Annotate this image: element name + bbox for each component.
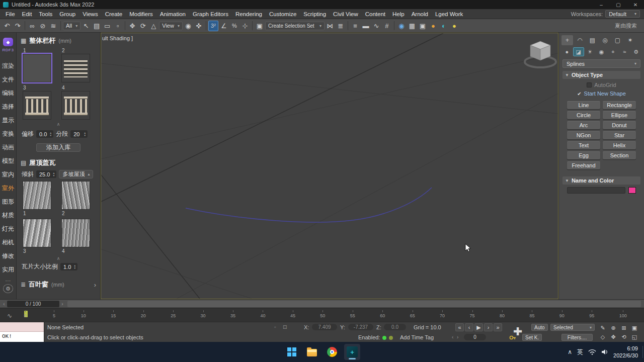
category-geometry-icon[interactable]: ●: [561, 47, 573, 56]
menu-item[interactable]: Lged Work: [432, 10, 466, 19]
select-manipulate-icon[interactable]: ✜: [194, 21, 204, 31]
close-button[interactable]: ✕: [627, 0, 644, 9]
add-time-tag[interactable]: Add Time Tag: [400, 334, 434, 340]
sidebar-category[interactable]: 选择: [0, 100, 16, 114]
rect-region-icon[interactable]: ▭: [102, 21, 112, 31]
start-button[interactable]: [284, 344, 300, 360]
sidebar-category[interactable]: 显示: [0, 114, 16, 127]
shape-button[interactable]: Egg: [567, 151, 600, 159]
sidebar-category[interactable]: 动画: [0, 141, 16, 154]
menu-item[interactable]: Graph Editors: [189, 10, 232, 19]
roof-section-header[interactable]: ▤ 屋顶盖瓦: [17, 155, 100, 170]
railing-thumb-cell[interactable]: 1: [23, 48, 51, 82]
railing-thumbnail-2[interactable]: [61, 54, 90, 82]
render-iterative-icon[interactable]: ◐: [439, 21, 449, 31]
sidebar-category[interactable]: 图形: [0, 195, 16, 209]
x-coordinate-field[interactable]: 7.409: [312, 324, 337, 330]
zoom-extents-icon[interactable]: ▣: [629, 324, 639, 332]
y-coordinate-field[interactable]: -7.237: [348, 324, 373, 330]
spinner-arrows-icon[interactable]: ▲▼: [84, 132, 86, 136]
mirror-icon[interactable]: ⋈: [325, 21, 335, 31]
railing-thumbnail-1[interactable]: [23, 54, 51, 82]
menu-item[interactable]: Edit: [19, 10, 36, 19]
tile-thumbnail-3[interactable]: [23, 219, 51, 247]
shape-button[interactable]: Ellipse: [603, 111, 636, 119]
frame-back-button[interactable]: ‹: [1, 301, 7, 307]
unlink-icon[interactable]: ⊘: [38, 21, 48, 31]
pan-icon[interactable]: ✥: [608, 333, 618, 341]
sidebar-category[interactable]: 室外: [0, 182, 16, 195]
rotate-icon[interactable]: ⟳: [138, 21, 148, 31]
object-color-swatch[interactable]: [628, 187, 636, 194]
select-link-icon[interactable]: ∞: [27, 21, 37, 31]
shape-button[interactable]: Text: [567, 141, 600, 149]
enabled-second-dot[interactable]: [389, 336, 393, 340]
3dsmax-taskbar-button[interactable]: +: [344, 344, 360, 360]
sidebar-category[interactable]: 修改: [0, 249, 16, 263]
sidebar-category[interactable]: 室内: [0, 168, 16, 182]
start-new-shape-label[interactable]: Start New Shape: [584, 90, 626, 97]
section-collapse-icon[interactable]: ∧: [17, 120, 100, 127]
selection-filter-dropdown[interactable]: All ▾: [63, 22, 80, 30]
select-by-name-icon[interactable]: ▤: [92, 21, 102, 31]
workspace-dropdown[interactable]: Default ▾: [605, 10, 640, 18]
menu-item[interactable]: Rendering: [232, 10, 266, 19]
frame-forward-button[interactable]: ›: [59, 301, 65, 307]
roof-type-dropdown[interactable]: 多坡屋顶 ▴: [59, 170, 93, 178]
add-to-library-button[interactable]: 添加入库: [36, 143, 80, 152]
gear-icon[interactable]: ⚙: [3, 284, 13, 293]
shape-button[interactable]: Line: [567, 101, 600, 109]
scale-icon[interactable]: △: [148, 21, 158, 31]
wifi-icon[interactable]: [588, 349, 596, 355]
shape-button[interactable]: Arc: [567, 121, 600, 129]
spinner-right-arrow[interactable]: ›: [457, 334, 458, 340]
undo-icon[interactable]: ↶: [2, 21, 12, 31]
offset-spinner[interactable]: 0.0 ▲▼: [36, 130, 53, 138]
menu-item[interactable]: Civil View: [330, 10, 362, 19]
tab-utilities[interactable]: ✶: [624, 35, 636, 45]
bind-spacewarp-icon[interactable]: ≋: [48, 21, 58, 31]
name-color-rollout[interactable]: ▼ Name and Color: [562, 176, 640, 185]
key-filters-button[interactable]: Filters....: [561, 334, 593, 341]
railing-section-header[interactable]: ▦ 整体栏杆 (mm): [17, 33, 100, 48]
section-collapse-icon[interactable]: ∧: [17, 254, 100, 261]
shape-button[interactable]: Helix: [603, 141, 636, 149]
autogrid-checkbox[interactable]: [587, 82, 592, 87]
tab-hierarchy[interactable]: ▤: [587, 35, 598, 45]
menu-item[interactable]: Group: [56, 10, 79, 19]
tab-create[interactable]: +: [561, 35, 573, 45]
shape-button[interactable]: Star: [603, 131, 636, 139]
layer-explorer-icon[interactable]: ≡: [350, 21, 360, 31]
pencil-icon[interactable]: ✎: [598, 324, 608, 332]
object-type-rollout[interactable]: ▼ Object Type: [562, 71, 640, 79]
render-in-cloud-icon[interactable]: ●: [449, 21, 459, 31]
z-coordinate-field[interactable]: 0.0: [384, 324, 406, 330]
ime-indicator[interactable]: 英: [577, 348, 583, 356]
orbit-icon[interactable]: ⟲: [619, 333, 629, 341]
zoom-all-icon[interactable]: ⊞: [619, 324, 629, 332]
set-key-button[interactable]: Set K.: [522, 334, 542, 341]
select-object-icon[interactable]: ↖: [81, 21, 91, 31]
tile-thumb-cell[interactable]: 4: [61, 219, 90, 254]
named-selection-set-combo[interactable]: Create Selection Set ▾: [265, 22, 325, 30]
segments-spinner[interactable]: 20 ▲▼: [70, 130, 88, 138]
viewport[interactable]: ult Shading ]: [101, 33, 558, 299]
viewport-shading-label[interactable]: ult Shading ]: [102, 35, 133, 41]
track-bar[interactable]: ∿ 05101520253035404550556065707580859095…: [0, 308, 644, 322]
maximize-viewport-icon[interactable]: ◱: [629, 333, 639, 341]
plugin-logo-icon[interactable]: ◆: [3, 38, 13, 46]
maxscript-mini-listener[interactable]: OK!: [0, 322, 44, 342]
listener-macro-row[interactable]: [0, 322, 44, 332]
play-button[interactable]: ▶: [474, 323, 483, 331]
tile-thumb-cell[interactable]: 3: [23, 219, 51, 254]
set-key-icon[interactable]: [509, 334, 516, 341]
move-icon[interactable]: ✥: [127, 21, 137, 31]
category-shapes-icon[interactable]: ◪: [573, 47, 584, 56]
railing-thumbnail-3[interactable]: [23, 91, 51, 120]
current-frame-spinner[interactable]: 0: [464, 334, 486, 340]
show-desktop-edge[interactable]: [642, 346, 643, 358]
sidebar-category[interactable]: 相机: [0, 236, 16, 249]
spinner-left-arrow[interactable]: ‹: [452, 334, 453, 340]
railing-thumb-cell[interactable]: 4: [61, 85, 90, 120]
sidebar-category[interactable]: 文件: [0, 73, 16, 86]
